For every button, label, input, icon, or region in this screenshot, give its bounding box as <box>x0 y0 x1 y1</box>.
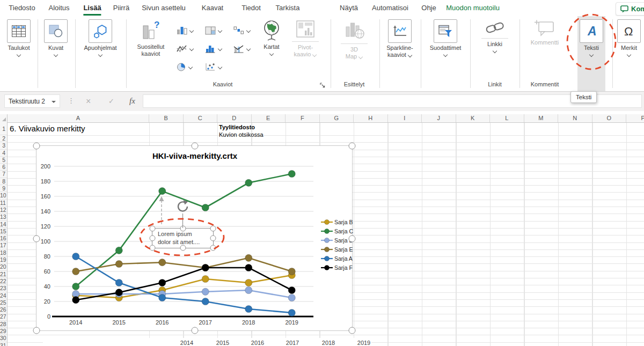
sparkline-kaaviot-button[interactable]: Sparkline- kaaviot <box>382 19 418 58</box>
row-header-29[interactable]: 29 <box>0 328 7 335</box>
textbox-handle[interactable] <box>210 245 216 251</box>
chart-resize-handle[interactable] <box>349 327 356 334</box>
legend-item[interactable]: Sarja C <box>321 228 353 234</box>
column-header-K[interactable]: K <box>456 114 491 122</box>
chart-resize-handle[interactable] <box>33 235 40 242</box>
textbox-handle[interactable] <box>150 226 156 232</box>
column-headers[interactable]: ABCDEFGHIJKLMNOP <box>0 114 644 123</box>
column-header-D[interactable]: D <box>217 114 252 122</box>
teksti-button[interactable]: A Teksti <box>577 16 605 91</box>
row-header-6[interactable]: 6 <box>0 164 7 171</box>
tab-tarkista[interactable]: Tarkista <box>276 0 300 16</box>
insert-statistic-chart-button[interactable] <box>205 40 233 58</box>
textbox-handle[interactable] <box>150 245 156 251</box>
worksheet[interactable]: ABCDEFGHIJKLMNOP 12345678910111213141516… <box>0 111 644 346</box>
confirm-entry-button[interactable]: ✓ <box>108 94 114 108</box>
row-header-8[interactable]: 8 <box>0 178 7 185</box>
row-header-31[interactable]: 31 <box>0 342 7 346</box>
tab-automatisoi[interactable]: Automatisoi <box>372 0 408 16</box>
insert-waterfall-chart-button[interactable] <box>233 21 262 40</box>
tab-aloitus[interactable]: Aloitus <box>48 0 69 16</box>
tab-tiedosto[interactable]: Tiedosto <box>9 0 35 16</box>
column-header-I[interactable]: I <box>388 114 422 122</box>
row-header-27[interactable]: 27 <box>0 313 7 320</box>
textbox-handle[interactable] <box>180 245 186 251</box>
row-header-26[interactable]: 26 <box>0 306 7 313</box>
column-header-P[interactable]: P <box>626 114 644 122</box>
legend-item[interactable]: Sarja F <box>321 264 353 271</box>
row-header-13[interactable]: 13 <box>0 214 7 220</box>
row-header-15[interactable]: 15 <box>0 228 7 235</box>
column-header-N[interactable]: N <box>558 114 592 122</box>
row-header-20[interactable]: 20 <box>0 263 7 270</box>
tab-lisaa[interactable]: Lisää <box>83 0 101 16</box>
chart-resize-handle[interactable] <box>192 327 199 334</box>
row-header-9[interactable]: 9 <box>0 185 7 192</box>
row-header-12[interactable]: 12 <box>0 207 7 214</box>
row-header-4[interactable]: 4 <box>0 150 7 157</box>
insert-column-chart-button[interactable] <box>177 21 205 40</box>
row-header-23[interactable]: 23 <box>0 285 7 292</box>
cancel-entry-button[interactable]: × <box>86 94 91 108</box>
textbox-handle[interactable] <box>210 226 216 232</box>
tab-piirra[interactable]: Piirrä <box>113 0 129 16</box>
row-header-1[interactable]: 1 <box>0 122 7 135</box>
row-header-3[interactable]: 3 <box>0 142 7 149</box>
row-header-25[interactable]: 25 <box>0 299 7 306</box>
column-header-F[interactable]: F <box>286 114 320 122</box>
column-header-E[interactable]: E <box>252 114 286 122</box>
row-header-28[interactable]: 28 <box>0 321 7 328</box>
kuvat-button[interactable]: Kuvat <box>42 19 70 56</box>
linkki-button[interactable]: Linkki <box>481 19 509 53</box>
column-header-G[interactable]: G <box>320 114 354 122</box>
name-box[interactable]: Tekstiruutu 2 <box>4 94 60 108</box>
chart-resize-handle[interactable] <box>33 143 40 150</box>
chart-resize-handle[interactable] <box>192 143 199 150</box>
row-header-18[interactable]: 18 <box>0 249 7 256</box>
tab-nayta[interactable]: Näytä <box>340 0 358 16</box>
textbox-handle[interactable] <box>210 235 216 241</box>
chart-object[interactable]: 0204060801001201401601802002014201520162… <box>36 145 353 331</box>
row-header-10[interactable]: 10 <box>0 192 7 199</box>
insert-line-chart-button[interactable] <box>177 40 205 58</box>
row-header-22[interactable]: 22 <box>0 278 7 285</box>
column-header-B[interactable]: B <box>149 114 184 122</box>
row-header-19[interactable]: 19 <box>0 256 7 263</box>
row-header-30[interactable]: 30 <box>0 335 7 342</box>
formula-input[interactable] <box>143 94 642 108</box>
textbox-handle[interactable] <box>150 235 156 241</box>
suositellut-kaaviot-button[interactable]: ? Suositellut kaaviot <box>130 19 171 57</box>
merkit-button[interactable]: Ω Merkit <box>615 19 643 56</box>
insert-pie-chart-button[interactable] <box>177 58 205 76</box>
column-header-H[interactable]: H <box>354 114 388 122</box>
row-header-14[interactable]: 14 <box>0 221 7 228</box>
column-header-L[interactable]: L <box>490 114 524 122</box>
column-header-J[interactable]: J <box>422 114 456 122</box>
name-box-dropdown-icon[interactable] <box>52 101 56 103</box>
comments-toggle-button[interactable]: Kom <box>616 2 644 16</box>
row-header-5[interactable]: 5 <box>0 157 7 164</box>
row-headers[interactable]: 1234567891011121314151617181920212223242… <box>0 122 8 346</box>
insert-combo-chart-button[interactable] <box>233 40 262 58</box>
tab-ohje[interactable]: Ohje <box>421 0 436 16</box>
legend-item[interactable]: Sarja E <box>321 246 353 253</box>
row-header-11[interactable]: 11 <box>0 200 7 207</box>
suodattimet-button[interactable]: Suodattimet <box>425 19 466 56</box>
row-header-17[interactable]: 17 <box>0 242 7 249</box>
insert-hierarchy-chart-button[interactable] <box>205 21 233 40</box>
column-header-C[interactable]: C <box>184 114 218 122</box>
kaaviot-dialog-launcher[interactable] <box>319 82 326 91</box>
insert-scatter-chart-button[interactable] <box>205 58 233 76</box>
tab-tiedot[interactable]: Tiedot <box>241 0 261 16</box>
taulukot-button[interactable]: Taulukot <box>4 19 33 56</box>
kartat-button[interactable]: Kartat <box>260 19 283 55</box>
select-all-corner[interactable] <box>0 114 8 122</box>
column-header-A[interactable]: A <box>8 114 149 122</box>
insert-function-button[interactable]: fx <box>129 94 135 108</box>
column-header-M[interactable]: M <box>524 114 559 122</box>
row-header-24[interactable]: 24 <box>0 292 7 299</box>
textbox-handle[interactable] <box>180 226 186 232</box>
tab-sivun-asettelu[interactable]: Sivun asettelu <box>142 0 186 16</box>
apuohjelmat-button[interactable]: Apuohjelmat <box>78 19 122 56</box>
row-header-21[interactable]: 21 <box>0 271 7 278</box>
